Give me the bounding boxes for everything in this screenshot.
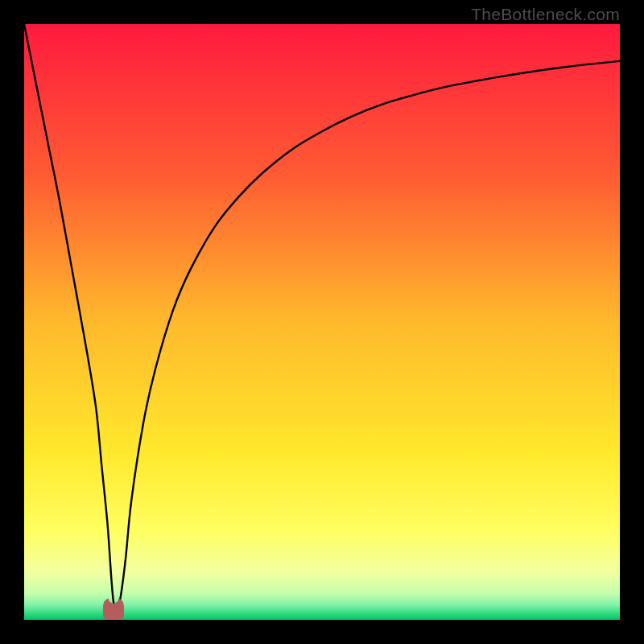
- watermark-text: TheBottleneck.com: [471, 5, 620, 24]
- plot-area: [24, 24, 620, 620]
- chart-frame: TheBottleneck.com: [0, 0, 644, 644]
- bottleneck-curve: [24, 24, 620, 620]
